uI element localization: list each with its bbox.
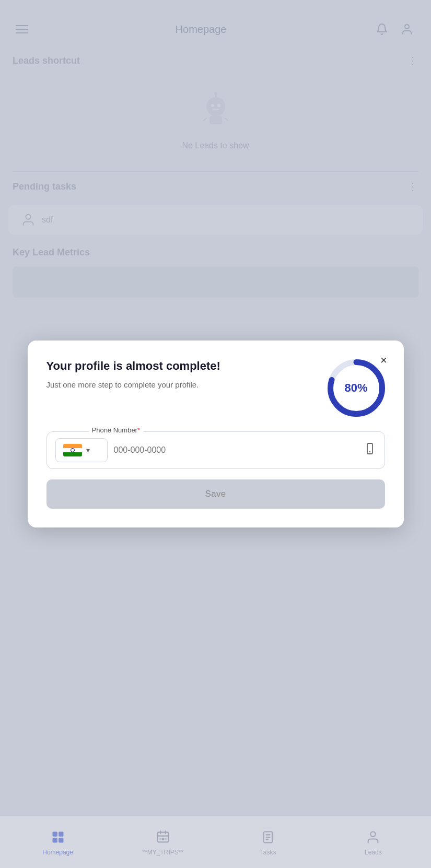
chevron-down-icon: ▾ [86, 446, 90, 454]
country-selector[interactable]: ▾ [55, 438, 108, 462]
india-flag-icon [63, 444, 82, 456]
modal-subtitle: Just one more step to complete your prof… [46, 379, 317, 391]
progress-percent-label: 80% [344, 381, 367, 395]
required-asterisk: * [137, 426, 140, 434]
phone-number-input[interactable] [114, 445, 357, 455]
phone-number-label: Phone Number* [89, 426, 144, 434]
app-background: Homepage Leads shortcut ⋮ [0, 0, 431, 868]
profile-complete-modal: × Your profile is almost complete! Just … [28, 341, 404, 527]
modal-title: Your profile is almost complete! [46, 359, 317, 373]
modal-header: Your profile is almost complete! Just on… [46, 359, 385, 417]
progress-circle: 80% [328, 359, 385, 417]
phone-device-icon [364, 442, 376, 458]
modal-overlay: × Your profile is almost complete! Just … [0, 0, 431, 868]
modal-text-block: Your profile is almost complete! Just on… [46, 359, 328, 391]
save-button[interactable]: Save [46, 479, 385, 509]
phone-input-container: Phone Number* ▾ [46, 431, 385, 469]
